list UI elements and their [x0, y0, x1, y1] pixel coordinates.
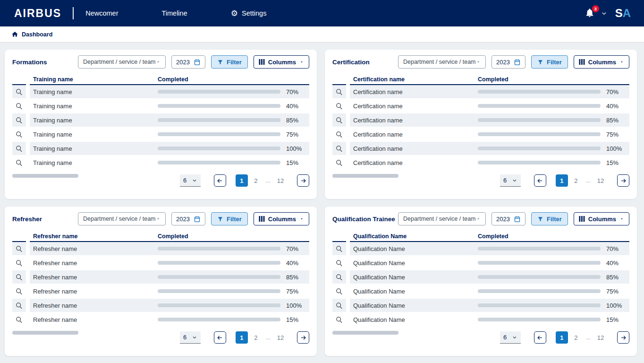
- breadcrumb-dashboard[interactable]: Dashboard: [11, 31, 52, 38]
- row-gap: [346, 285, 350, 298]
- rows-per-page-select[interactable]: 6: [500, 174, 521, 187]
- columns-button[interactable]: Columms: [254, 55, 309, 69]
- dashboard-panel: Formations Department / service / team 2…: [5, 50, 317, 199]
- next-page-button[interactable]: [297, 174, 309, 187]
- row-search-button[interactable]: [12, 113, 26, 127]
- horizontal-scrollbar-thumb[interactable]: [12, 331, 78, 335]
- horizontal-scrollbar-thumb[interactable]: [332, 331, 398, 335]
- row-search-button[interactable]: [332, 128, 346, 141]
- row-name: Refresher name: [30, 274, 158, 281]
- progress-bar: [478, 147, 601, 150]
- department-filter-dropdown[interactable]: Department / service / team: [398, 55, 486, 69]
- nav-item-label: Newcomer: [85, 9, 118, 17]
- row-search-button[interactable]: [332, 285, 346, 298]
- table-row: Training name 40%: [12, 99, 309, 112]
- columns-button[interactable]: Columms: [574, 55, 629, 69]
- filter-button[interactable]: Filter: [531, 55, 568, 69]
- row-search-button[interactable]: [332, 299, 346, 312]
- arrow-right-icon: [300, 177, 307, 184]
- horizontal-scrollbar-thumb[interactable]: [332, 174, 398, 178]
- row-search-button[interactable]: [332, 313, 346, 326]
- next-page-button[interactable]: [617, 331, 629, 344]
- year-picker[interactable]: 2023: [491, 55, 525, 69]
- filter-button-label: Filter: [547, 59, 562, 66]
- previous-page-button[interactable]: [214, 331, 226, 344]
- row-search-button[interactable]: [12, 85, 26, 98]
- row-search-button[interactable]: [12, 285, 26, 298]
- page-number-12[interactable]: 12: [594, 331, 607, 344]
- account-menu-toggle[interactable]: [601, 10, 608, 17]
- row-search-button[interactable]: [12, 313, 26, 326]
- rows-per-page-select[interactable]: 6: [180, 331, 201, 344]
- row-main-cell: Refresher name 85%: [30, 270, 309, 284]
- progress-bar: [478, 247, 601, 251]
- row-search-button[interactable]: [12, 256, 26, 269]
- panel-controls: Department / service / team 2023 Filter: [398, 55, 629, 69]
- year-picker[interactable]: 2023: [171, 55, 205, 69]
- search-icon: [16, 316, 23, 323]
- page-number-1[interactable]: 1: [556, 331, 568, 344]
- row-search-button[interactable]: [12, 242, 26, 255]
- rows-per-page-select[interactable]: 6: [500, 331, 521, 344]
- account-avatar[interactable]: SA: [615, 7, 631, 20]
- row-search-button[interactable]: [12, 99, 26, 112]
- search-icon: [336, 274, 343, 281]
- panel-footer: 6 1 2 ... 12: [12, 173, 309, 187]
- year-picker[interactable]: 2023: [491, 212, 525, 225]
- notifications-button[interactable]: 3: [585, 8, 596, 19]
- page-number-1[interactable]: 1: [236, 174, 248, 187]
- page-number-12[interactable]: 12: [594, 174, 607, 187]
- row-search-button[interactable]: [332, 156, 346, 169]
- page-numbers: 1 2 ... 12: [236, 174, 288, 187]
- progress-percent: 40%: [286, 103, 298, 110]
- year-picker[interactable]: 2023: [171, 212, 205, 225]
- page-number-2[interactable]: 2: [570, 174, 582, 187]
- row-search-button[interactable]: [332, 142, 346, 155]
- filter-button[interactable]: Filter: [211, 212, 248, 225]
- row-search-button[interactable]: [332, 113, 346, 127]
- previous-page-button[interactable]: [534, 174, 546, 187]
- row-search-button[interactable]: [332, 256, 346, 269]
- nav-item-settings[interactable]: ⚙ Settings: [231, 9, 267, 17]
- page-number-12[interactable]: 12: [274, 174, 287, 187]
- page-number-2[interactable]: 2: [250, 174, 262, 187]
- table-row: Training name 85%: [12, 113, 309, 127]
- completed-column-header: Completed: [158, 76, 188, 83]
- columns-button[interactable]: Columms: [574, 212, 629, 225]
- row-search-button[interactable]: [12, 270, 26, 284]
- department-filter-dropdown[interactable]: Department / service / team: [398, 212, 486, 225]
- nav-item-newcomer[interactable]: Newcomer: [85, 9, 118, 17]
- filter-button[interactable]: Filter: [531, 212, 568, 225]
- next-page-button[interactable]: [297, 331, 309, 344]
- row-main-cell: Refresher name 75%: [30, 285, 309, 298]
- row-search-button[interactable]: [12, 156, 26, 169]
- row-gap: [346, 142, 350, 155]
- page-number-12[interactable]: 12: [274, 331, 287, 344]
- progress-percent: 75%: [286, 288, 298, 295]
- nav-item-timeline[interactable]: Timeline: [161, 9, 187, 17]
- columns-icon: [579, 216, 585, 222]
- page-number-2[interactable]: 2: [250, 331, 262, 344]
- page-number-1[interactable]: 1: [556, 174, 568, 187]
- row-search-button[interactable]: [332, 270, 346, 284]
- row-search-button[interactable]: [332, 242, 346, 255]
- rows-per-page-select[interactable]: 6: [180, 174, 201, 187]
- progress-bar: [158, 104, 280, 108]
- previous-page-button[interactable]: [214, 174, 226, 187]
- row-search-button[interactable]: [12, 128, 26, 141]
- row-search-button[interactable]: [12, 142, 26, 155]
- columns-button[interactable]: Columms: [254, 212, 309, 225]
- page-number-2[interactable]: 2: [570, 331, 582, 344]
- filter-button[interactable]: Filter: [211, 55, 248, 69]
- chevron-down-icon: [601, 10, 608, 17]
- row-search-button[interactable]: [332, 85, 346, 98]
- row-main-cell: Qualification Name 75%: [350, 285, 629, 298]
- next-page-button[interactable]: [617, 174, 629, 187]
- row-search-button[interactable]: [332, 99, 346, 112]
- horizontal-scrollbar-thumb[interactable]: [12, 174, 78, 178]
- department-filter-dropdown[interactable]: Department / service / team: [78, 212, 166, 225]
- row-search-button[interactable]: [12, 299, 26, 312]
- department-filter-dropdown[interactable]: Department / service / team: [78, 55, 166, 69]
- previous-page-button[interactable]: [534, 331, 546, 344]
- page-number-1[interactable]: 1: [236, 331, 248, 344]
